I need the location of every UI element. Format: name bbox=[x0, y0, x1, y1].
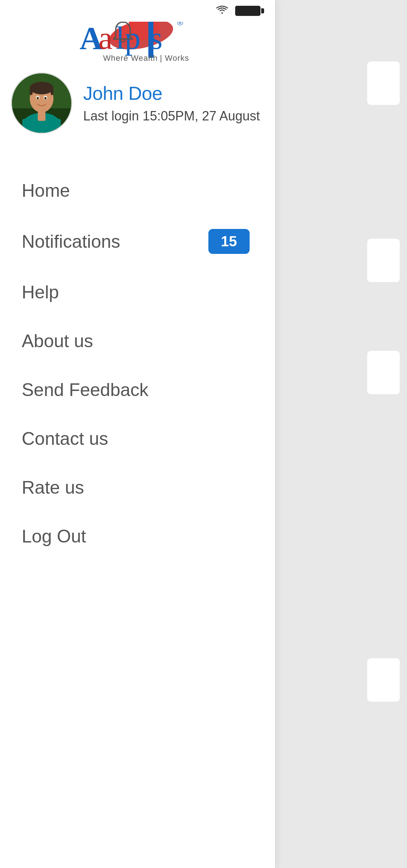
menu-label-help: Help bbox=[22, 282, 59, 303]
svg-text:| Works: | Works bbox=[160, 54, 189, 63]
scroll-indicator-4 bbox=[367, 658, 400, 702]
scroll-indicator-3 bbox=[367, 351, 400, 394]
svg-rect-16 bbox=[51, 88, 54, 95]
menu-item-send-feedback[interactable]: Send Feedback bbox=[0, 366, 268, 414]
scroll-indicator-2 bbox=[367, 239, 400, 282]
menu-label-notifications: Notifications bbox=[22, 231, 120, 252]
menu-item-notifications[interactable]: Notifications15 bbox=[0, 215, 268, 268]
aalps-logo: A a lp s ® Where Wealth | Works bbox=[69, 14, 206, 65]
drawer-panel: A a lp s ® Where Wealth | Works bbox=[0, 0, 275, 868]
scroll-indicator-1 bbox=[367, 61, 400, 105]
menu-item-about-us[interactable]: About us bbox=[0, 317, 268, 366]
menu-label-home: Home bbox=[22, 180, 70, 201]
menu-label-contact-us: Contact us bbox=[22, 428, 108, 449]
avatar-image bbox=[12, 72, 71, 134]
menu-item-contact-us[interactable]: Contact us bbox=[0, 414, 268, 463]
wifi-icon bbox=[216, 5, 229, 17]
menu-label-log-out: Log Out bbox=[22, 526, 86, 547]
menu-item-rate-us[interactable]: Rate us bbox=[0, 463, 268, 512]
svg-rect-15 bbox=[30, 88, 33, 95]
profile-name: John Doe bbox=[83, 82, 260, 104]
battery-icon bbox=[235, 6, 260, 16]
menu-label-rate-us: Rate us bbox=[22, 477, 84, 498]
battery-status bbox=[235, 6, 260, 16]
notification-bell-button[interactable] bbox=[109, 20, 137, 49]
svg-point-19 bbox=[37, 97, 39, 100]
menu-label-about-us: About us bbox=[22, 331, 93, 352]
right-overlay bbox=[275, 0, 407, 868]
status-bar bbox=[0, 0, 275, 22]
menu-item-log-out[interactable]: Log Out bbox=[0, 512, 268, 561]
svg-rect-23 bbox=[38, 111, 45, 121]
bell-icon bbox=[112, 20, 134, 49]
menu-item-home[interactable]: Home bbox=[0, 166, 268, 215]
svg-text:s: s bbox=[150, 21, 162, 56]
svg-point-14 bbox=[30, 82, 54, 94]
menu-label-send-feedback: Send Feedback bbox=[22, 379, 148, 400]
notification-badge-notifications: 15 bbox=[208, 229, 250, 254]
profile-section: John Doe Last login 15:05PM, 27 August bbox=[11, 72, 260, 134]
avatar bbox=[11, 72, 72, 134]
svg-text:Where Wealth: Where Wealth bbox=[103, 54, 158, 63]
profile-last-login: Last login 15:05PM, 27 August bbox=[83, 109, 260, 124]
menu-item-help[interactable]: Help bbox=[0, 268, 268, 317]
profile-info: John Doe Last login 15:05PM, 27 August bbox=[83, 82, 260, 124]
menu-list: HomeNotifications15HelpAbout usSend Feed… bbox=[0, 166, 268, 561]
svg-point-20 bbox=[44, 97, 47, 100]
